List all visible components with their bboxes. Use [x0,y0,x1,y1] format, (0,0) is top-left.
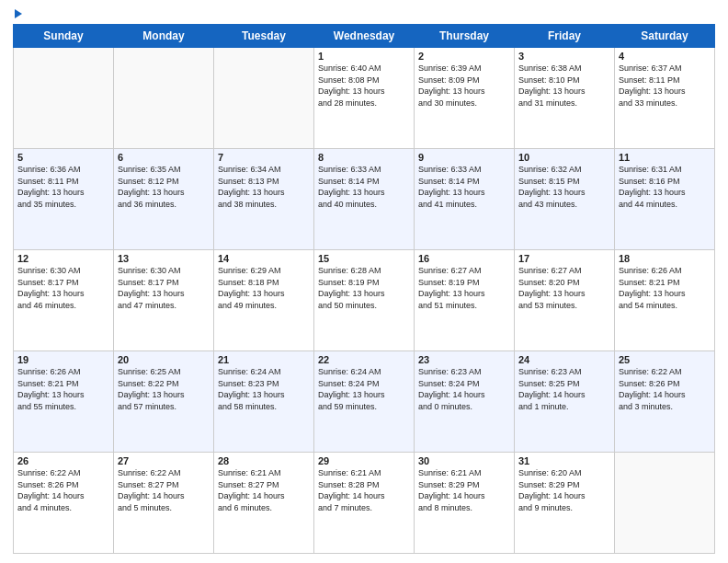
calendar-cell: 18Sunrise: 6:26 AM Sunset: 8:21 PM Dayli… [615,250,715,351]
calendar-cell: 15Sunrise: 6:28 AM Sunset: 8:19 PM Dayli… [314,250,415,351]
logo [13,9,22,18]
day-number: 14 [218,253,310,264]
day-info: Sunrise: 6:20 AM Sunset: 8:29 PM Dayligh… [518,467,610,513]
calendar-week-row: 26Sunrise: 6:22 AM Sunset: 8:26 PM Dayli… [14,453,715,554]
day-number: 1 [318,51,410,62]
calendar-cell: 21Sunrise: 6:24 AM Sunset: 8:23 PM Dayli… [214,351,314,453]
calendar-cell: 14Sunrise: 6:29 AM Sunset: 8:18 PM Dayli… [214,250,314,351]
logo-arrow-icon [15,9,22,18]
day-info: Sunrise: 6:23 AM Sunset: 8:25 PM Dayligh… [518,366,610,412]
day-info: Sunrise: 6:36 AM Sunset: 8:11 PM Dayligh… [17,164,109,210]
day-info: Sunrise: 6:33 AM Sunset: 8:14 PM Dayligh… [418,164,510,210]
calendar-cell: 19Sunrise: 6:26 AM Sunset: 8:21 PM Dayli… [14,351,114,453]
day-info: Sunrise: 6:23 AM Sunset: 8:24 PM Dayligh… [418,366,510,412]
calendar-cell [14,48,114,149]
day-number: 5 [17,152,109,163]
page: SundayMondayTuesdayWednesdayThursdayFrid… [0,0,728,563]
day-info: Sunrise: 6:21 AM Sunset: 8:29 PM Dayligh… [418,467,510,513]
day-number: 21 [218,354,310,365]
calendar-cell: 31Sunrise: 6:20 AM Sunset: 8:29 PM Dayli… [515,453,615,554]
day-info: Sunrise: 6:30 AM Sunset: 8:17 PM Dayligh… [118,265,210,311]
calendar-cell: 12Sunrise: 6:30 AM Sunset: 8:17 PM Dayli… [14,250,114,351]
calendar-cell: 17Sunrise: 6:27 AM Sunset: 8:20 PM Dayli… [515,250,615,351]
day-number: 19 [17,354,109,365]
day-number: 28 [218,455,310,466]
day-info: Sunrise: 6:35 AM Sunset: 8:12 PM Dayligh… [118,164,210,210]
calendar-cell: 16Sunrise: 6:27 AM Sunset: 8:19 PM Dayli… [415,250,515,351]
day-info: Sunrise: 6:29 AM Sunset: 8:18 PM Dayligh… [218,265,310,311]
weekday-header-monday: Monday [114,25,214,48]
day-number: 17 [518,253,610,264]
calendar-cell: 8Sunrise: 6:33 AM Sunset: 8:14 PM Daylig… [314,149,415,250]
calendar-cell: 29Sunrise: 6:21 AM Sunset: 8:28 PM Dayli… [314,453,415,554]
day-number: 30 [418,455,510,466]
day-info: Sunrise: 6:40 AM Sunset: 8:08 PM Dayligh… [318,63,410,109]
day-number: 25 [619,354,711,365]
weekday-header-wednesday: Wednesday [314,25,415,48]
day-number: 12 [17,253,109,264]
day-number: 23 [418,354,510,365]
calendar-cell: 26Sunrise: 6:22 AM Sunset: 8:26 PM Dayli… [14,453,114,554]
weekday-header-row: SundayMondayTuesdayWednesdayThursdayFrid… [14,25,715,48]
day-number: 8 [318,152,410,163]
weekday-header-friday: Friday [515,25,615,48]
day-info: Sunrise: 6:25 AM Sunset: 8:22 PM Dayligh… [118,366,210,412]
calendar-cell: 7Sunrise: 6:34 AM Sunset: 8:13 PM Daylig… [214,149,314,250]
day-info: Sunrise: 6:31 AM Sunset: 8:16 PM Dayligh… [619,164,711,210]
calendar-cell: 13Sunrise: 6:30 AM Sunset: 8:17 PM Dayli… [114,250,214,351]
day-info: Sunrise: 6:24 AM Sunset: 8:24 PM Dayligh… [318,366,410,412]
day-info: Sunrise: 6:22 AM Sunset: 8:26 PM Dayligh… [17,467,109,513]
day-info: Sunrise: 6:22 AM Sunset: 8:27 PM Dayligh… [118,467,210,513]
day-info: Sunrise: 6:38 AM Sunset: 8:10 PM Dayligh… [518,63,610,109]
day-info: Sunrise: 6:37 AM Sunset: 8:11 PM Dayligh… [619,63,711,109]
day-info: Sunrise: 6:27 AM Sunset: 8:19 PM Dayligh… [418,265,510,311]
day-number: 18 [619,253,711,264]
day-number: 27 [118,455,210,466]
calendar-cell [615,453,715,554]
calendar-cell: 6Sunrise: 6:35 AM Sunset: 8:12 PM Daylig… [114,149,214,250]
day-number: 16 [418,253,510,264]
day-number: 7 [218,152,310,163]
calendar-cell: 22Sunrise: 6:24 AM Sunset: 8:24 PM Dayli… [314,351,415,453]
header [13,9,715,18]
weekday-header-thursday: Thursday [415,25,515,48]
calendar-cell: 11Sunrise: 6:31 AM Sunset: 8:16 PM Dayli… [615,149,715,250]
day-number: 31 [518,455,610,466]
calendar-cell: 27Sunrise: 6:22 AM Sunset: 8:27 PM Dayli… [114,453,214,554]
day-number: 13 [118,253,210,264]
calendar-week-row: 19Sunrise: 6:26 AM Sunset: 8:21 PM Dayli… [14,351,715,453]
day-info: Sunrise: 6:24 AM Sunset: 8:23 PM Dayligh… [218,366,310,412]
day-info: Sunrise: 6:30 AM Sunset: 8:17 PM Dayligh… [17,265,109,311]
day-info: Sunrise: 6:26 AM Sunset: 8:21 PM Dayligh… [17,366,109,412]
day-number: 20 [118,354,210,365]
calendar-week-row: 5Sunrise: 6:36 AM Sunset: 8:11 PM Daylig… [14,149,715,250]
calendar-cell: 23Sunrise: 6:23 AM Sunset: 8:24 PM Dayli… [415,351,515,453]
day-number: 2 [418,51,510,62]
weekday-header-saturday: Saturday [615,25,715,48]
calendar-week-row: 12Sunrise: 6:30 AM Sunset: 8:17 PM Dayli… [14,250,715,351]
calendar-cell: 28Sunrise: 6:21 AM Sunset: 8:27 PM Dayli… [214,453,314,554]
day-info: Sunrise: 6:32 AM Sunset: 8:15 PM Dayligh… [518,164,610,210]
day-info: Sunrise: 6:27 AM Sunset: 8:20 PM Dayligh… [518,265,610,311]
calendar-week-row: 1Sunrise: 6:40 AM Sunset: 8:08 PM Daylig… [14,48,715,149]
day-number: 6 [118,152,210,163]
day-info: Sunrise: 6:21 AM Sunset: 8:28 PM Dayligh… [318,467,410,513]
day-info: Sunrise: 6:26 AM Sunset: 8:21 PM Dayligh… [619,265,711,311]
calendar-cell: 30Sunrise: 6:21 AM Sunset: 8:29 PM Dayli… [415,453,515,554]
day-info: Sunrise: 6:39 AM Sunset: 8:09 PM Dayligh… [418,63,510,109]
day-info: Sunrise: 6:28 AM Sunset: 8:19 PM Dayligh… [318,265,410,311]
calendar-table: SundayMondayTuesdayWednesdayThursdayFrid… [13,24,715,554]
calendar-cell [114,48,214,149]
calendar-cell: 10Sunrise: 6:32 AM Sunset: 8:15 PM Dayli… [515,149,615,250]
day-info: Sunrise: 6:34 AM Sunset: 8:13 PM Dayligh… [218,164,310,210]
day-number: 26 [17,455,109,466]
calendar-cell: 24Sunrise: 6:23 AM Sunset: 8:25 PM Dayli… [515,351,615,453]
logo-text [13,9,22,18]
calendar-cell: 1Sunrise: 6:40 AM Sunset: 8:08 PM Daylig… [314,48,415,149]
calendar-cell: 25Sunrise: 6:22 AM Sunset: 8:26 PM Dayli… [615,351,715,453]
day-number: 29 [318,455,410,466]
day-number: 15 [318,253,410,264]
calendar-cell: 3Sunrise: 6:38 AM Sunset: 8:10 PM Daylig… [515,48,615,149]
calendar-cell: 20Sunrise: 6:25 AM Sunset: 8:22 PM Dayli… [114,351,214,453]
day-number: 3 [518,51,610,62]
